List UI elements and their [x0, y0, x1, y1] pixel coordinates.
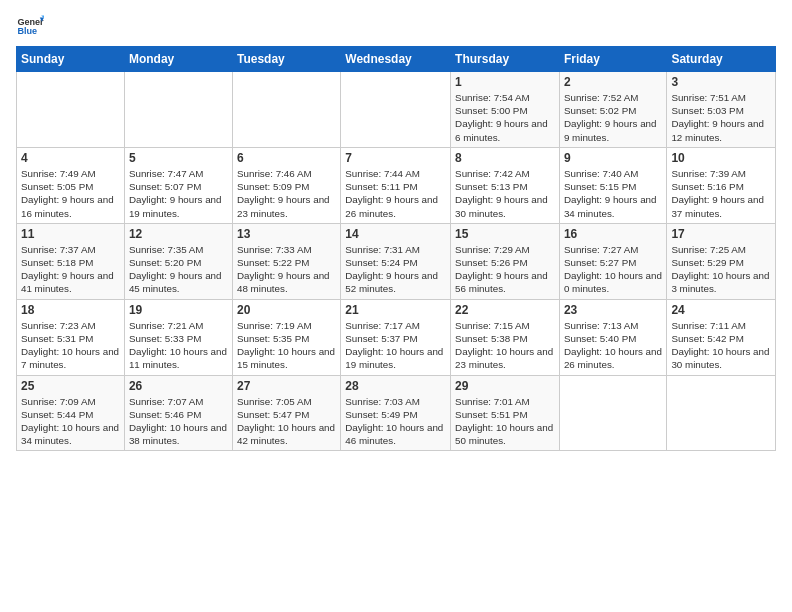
day-number: 13	[237, 227, 336, 241]
day-info: Sunrise: 7:15 AM Sunset: 5:38 PM Dayligh…	[455, 319, 555, 372]
calendar-cell: 29Sunrise: 7:01 AM Sunset: 5:51 PM Dayli…	[451, 375, 560, 451]
calendar-cell: 15Sunrise: 7:29 AM Sunset: 5:26 PM Dayli…	[451, 223, 560, 299]
calendar-cell: 24Sunrise: 7:11 AM Sunset: 5:42 PM Dayli…	[667, 299, 776, 375]
calendar-cell: 2Sunrise: 7:52 AM Sunset: 5:02 PM Daylig…	[559, 72, 666, 148]
day-number: 21	[345, 303, 446, 317]
day-info: Sunrise: 7:51 AM Sunset: 5:03 PM Dayligh…	[671, 91, 771, 144]
day-number: 8	[455, 151, 555, 165]
day-info: Sunrise: 7:37 AM Sunset: 5:18 PM Dayligh…	[21, 243, 120, 296]
day-info: Sunrise: 7:09 AM Sunset: 5:44 PM Dayligh…	[21, 395, 120, 448]
day-info: Sunrise: 7:40 AM Sunset: 5:15 PM Dayligh…	[564, 167, 662, 220]
day-info: Sunrise: 7:29 AM Sunset: 5:26 PM Dayligh…	[455, 243, 555, 296]
day-info: Sunrise: 7:52 AM Sunset: 5:02 PM Dayligh…	[564, 91, 662, 144]
logo-icon: General Blue	[16, 12, 44, 40]
calendar-cell: 16Sunrise: 7:27 AM Sunset: 5:27 PM Dayli…	[559, 223, 666, 299]
calendar-cell: 17Sunrise: 7:25 AM Sunset: 5:29 PM Dayli…	[667, 223, 776, 299]
day-info: Sunrise: 7:46 AM Sunset: 5:09 PM Dayligh…	[237, 167, 336, 220]
day-info: Sunrise: 7:35 AM Sunset: 5:20 PM Dayligh…	[129, 243, 228, 296]
calendar-week-row: 18Sunrise: 7:23 AM Sunset: 5:31 PM Dayli…	[17, 299, 776, 375]
logo: General Blue	[16, 12, 44, 40]
day-number: 17	[671, 227, 771, 241]
weekday-header: Tuesday	[232, 47, 340, 72]
weekday-header: Thursday	[451, 47, 560, 72]
calendar-cell: 4Sunrise: 7:49 AM Sunset: 5:05 PM Daylig…	[17, 147, 125, 223]
day-number: 23	[564, 303, 662, 317]
calendar-cell: 20Sunrise: 7:19 AM Sunset: 5:35 PM Dayli…	[232, 299, 340, 375]
day-info: Sunrise: 7:31 AM Sunset: 5:24 PM Dayligh…	[345, 243, 446, 296]
day-info: Sunrise: 7:01 AM Sunset: 5:51 PM Dayligh…	[455, 395, 555, 448]
day-number: 16	[564, 227, 662, 241]
day-info: Sunrise: 7:44 AM Sunset: 5:11 PM Dayligh…	[345, 167, 446, 220]
day-number: 15	[455, 227, 555, 241]
weekday-header: Friday	[559, 47, 666, 72]
day-number: 5	[129, 151, 228, 165]
calendar-cell: 18Sunrise: 7:23 AM Sunset: 5:31 PM Dayli…	[17, 299, 125, 375]
day-number: 20	[237, 303, 336, 317]
day-info: Sunrise: 7:33 AM Sunset: 5:22 PM Dayligh…	[237, 243, 336, 296]
day-number: 14	[345, 227, 446, 241]
calendar-cell: 28Sunrise: 7:03 AM Sunset: 5:49 PM Dayli…	[341, 375, 451, 451]
calendar-cell: 7Sunrise: 7:44 AM Sunset: 5:11 PM Daylig…	[341, 147, 451, 223]
calendar-cell: 23Sunrise: 7:13 AM Sunset: 5:40 PM Dayli…	[559, 299, 666, 375]
day-info: Sunrise: 7:19 AM Sunset: 5:35 PM Dayligh…	[237, 319, 336, 372]
day-number: 6	[237, 151, 336, 165]
calendar-cell	[341, 72, 451, 148]
weekday-header: Sunday	[17, 47, 125, 72]
day-number: 28	[345, 379, 446, 393]
weekday-header: Saturday	[667, 47, 776, 72]
calendar-cell: 19Sunrise: 7:21 AM Sunset: 5:33 PM Dayli…	[124, 299, 232, 375]
calendar-cell	[667, 375, 776, 451]
day-info: Sunrise: 7:17 AM Sunset: 5:37 PM Dayligh…	[345, 319, 446, 372]
day-info: Sunrise: 7:07 AM Sunset: 5:46 PM Dayligh…	[129, 395, 228, 448]
calendar-cell: 6Sunrise: 7:46 AM Sunset: 5:09 PM Daylig…	[232, 147, 340, 223]
calendar-cell: 12Sunrise: 7:35 AM Sunset: 5:20 PM Dayli…	[124, 223, 232, 299]
calendar-table: SundayMondayTuesdayWednesdayThursdayFrid…	[16, 46, 776, 451]
day-info: Sunrise: 7:03 AM Sunset: 5:49 PM Dayligh…	[345, 395, 446, 448]
calendar-cell	[232, 72, 340, 148]
calendar-cell	[17, 72, 125, 148]
day-info: Sunrise: 7:39 AM Sunset: 5:16 PM Dayligh…	[671, 167, 771, 220]
calendar-cell: 3Sunrise: 7:51 AM Sunset: 5:03 PM Daylig…	[667, 72, 776, 148]
day-number: 18	[21, 303, 120, 317]
day-info: Sunrise: 7:49 AM Sunset: 5:05 PM Dayligh…	[21, 167, 120, 220]
day-info: Sunrise: 7:13 AM Sunset: 5:40 PM Dayligh…	[564, 319, 662, 372]
calendar-cell: 9Sunrise: 7:40 AM Sunset: 5:15 PM Daylig…	[559, 147, 666, 223]
calendar-cell: 27Sunrise: 7:05 AM Sunset: 5:47 PM Dayli…	[232, 375, 340, 451]
day-number: 9	[564, 151, 662, 165]
day-number: 19	[129, 303, 228, 317]
day-number: 1	[455, 75, 555, 89]
day-number: 22	[455, 303, 555, 317]
day-number: 26	[129, 379, 228, 393]
calendar-week-row: 1Sunrise: 7:54 AM Sunset: 5:00 PM Daylig…	[17, 72, 776, 148]
day-info: Sunrise: 7:25 AM Sunset: 5:29 PM Dayligh…	[671, 243, 771, 296]
calendar-cell: 1Sunrise: 7:54 AM Sunset: 5:00 PM Daylig…	[451, 72, 560, 148]
day-number: 25	[21, 379, 120, 393]
day-info: Sunrise: 7:05 AM Sunset: 5:47 PM Dayligh…	[237, 395, 336, 448]
calendar-week-row: 4Sunrise: 7:49 AM Sunset: 5:05 PM Daylig…	[17, 147, 776, 223]
header: General Blue	[16, 12, 776, 40]
day-number: 11	[21, 227, 120, 241]
day-info: Sunrise: 7:21 AM Sunset: 5:33 PM Dayligh…	[129, 319, 228, 372]
weekday-header: Wednesday	[341, 47, 451, 72]
calendar-cell: 14Sunrise: 7:31 AM Sunset: 5:24 PM Dayli…	[341, 223, 451, 299]
day-number: 3	[671, 75, 771, 89]
day-info: Sunrise: 7:54 AM Sunset: 5:00 PM Dayligh…	[455, 91, 555, 144]
calendar-cell: 5Sunrise: 7:47 AM Sunset: 5:07 PM Daylig…	[124, 147, 232, 223]
day-info: Sunrise: 7:42 AM Sunset: 5:13 PM Dayligh…	[455, 167, 555, 220]
calendar-cell: 8Sunrise: 7:42 AM Sunset: 5:13 PM Daylig…	[451, 147, 560, 223]
page-container: General Blue SundayMondayTuesdayWednesda…	[0, 0, 792, 459]
calendar-cell: 10Sunrise: 7:39 AM Sunset: 5:16 PM Dayli…	[667, 147, 776, 223]
day-info: Sunrise: 7:11 AM Sunset: 5:42 PM Dayligh…	[671, 319, 771, 372]
day-number: 7	[345, 151, 446, 165]
calendar-cell: 11Sunrise: 7:37 AM Sunset: 5:18 PM Dayli…	[17, 223, 125, 299]
day-number: 29	[455, 379, 555, 393]
day-number: 2	[564, 75, 662, 89]
day-number: 27	[237, 379, 336, 393]
calendar-week-row: 25Sunrise: 7:09 AM Sunset: 5:44 PM Dayli…	[17, 375, 776, 451]
day-info: Sunrise: 7:47 AM Sunset: 5:07 PM Dayligh…	[129, 167, 228, 220]
day-info: Sunrise: 7:27 AM Sunset: 5:27 PM Dayligh…	[564, 243, 662, 296]
day-number: 4	[21, 151, 120, 165]
calendar-cell: 26Sunrise: 7:07 AM Sunset: 5:46 PM Dayli…	[124, 375, 232, 451]
day-number: 12	[129, 227, 228, 241]
calendar-cell: 21Sunrise: 7:17 AM Sunset: 5:37 PM Dayli…	[341, 299, 451, 375]
